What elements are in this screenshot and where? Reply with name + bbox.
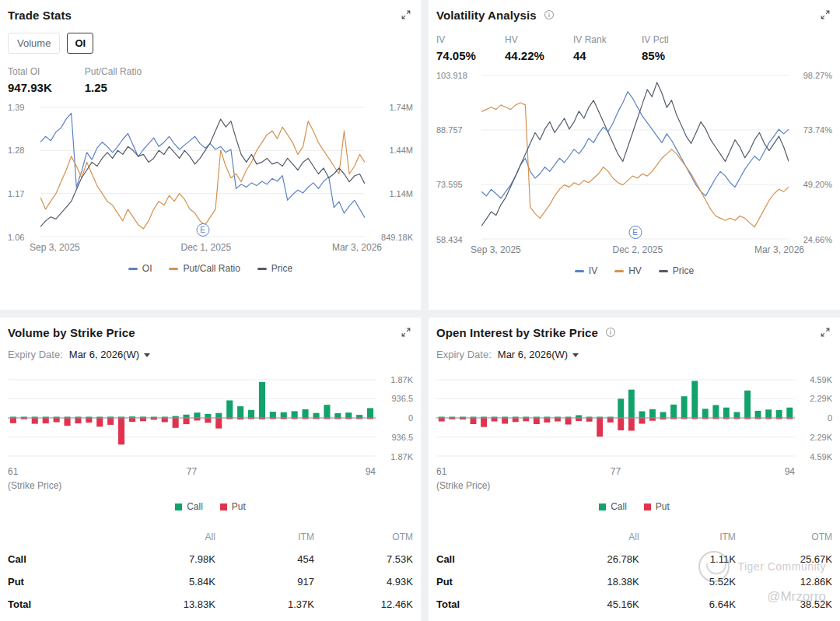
price-swatch (257, 268, 267, 270)
call-swatch (175, 503, 182, 510)
dashboard-grid: Trade Stats Volume OI Total OI 947.93K P… (0, 0, 840, 621)
oi-strike-chart[interactable] (436, 379, 795, 457)
table-row: Put 18.38K 5.52K 12.86K (436, 570, 832, 593)
trade-toggle-group: Volume OI (8, 33, 413, 54)
oi-by-strike-panel: Open Interest by Strike Price Expiry Dat… (429, 318, 840, 621)
event-marker[interactable]: E (628, 226, 642, 239)
expand-icon[interactable] (399, 325, 413, 339)
volatility-stats-row: IV 74.05% HV 44.22% IV Rank 44 IV Pctl 8… (436, 34, 832, 62)
volume-by-strike-title: Volume by Strike Price (8, 326, 135, 339)
hv-value: 44.22% (505, 49, 573, 62)
volume-by-strike-panel: Volume by Strike Price Expiry Date: Mar … (0, 318, 421, 621)
chevron-down-icon (144, 353, 150, 357)
volume-strike-legend: Call Put (8, 501, 413, 512)
legend-item-iv[interactable]: IV (575, 265, 597, 276)
legend-item-oi[interactable]: OI (128, 263, 152, 274)
iv-rank-label: IV Rank (573, 34, 642, 45)
trade-legend: OI Put/Call Ratio Price (8, 263, 413, 274)
price-swatch (659, 270, 668, 272)
volatility-left-axis: 103.91888.757 73.59558.434 (436, 75, 475, 240)
ratio-swatch (169, 268, 178, 270)
event-marker[interactable]: E (196, 223, 209, 237)
table-row: Put 5.84K 917 4.93K (8, 570, 413, 593)
expiry-date-select[interactable]: Mar 6, 2026(W) (498, 349, 579, 360)
info-icon[interactable] (604, 325, 618, 339)
expand-icon[interactable] (818, 325, 832, 339)
volatility-legend: IV HV Price (436, 265, 832, 276)
expiry-date-label: Expiry Date: (8, 349, 63, 360)
trade-left-axis: 1.391.28 1.171.06 (8, 107, 34, 237)
legend-item-price[interactable]: Price (659, 265, 694, 276)
oi-by-strike-title: Open Interest by Strike Price (436, 326, 598, 339)
volatility-chart[interactable]: E (481, 75, 789, 240)
volume-strike-axis: 1.87K936.5 0936.5 1.87K (382, 379, 413, 457)
expiry-date-select[interactable]: Mar 6, 2026(W) (69, 349, 150, 360)
oi-summary-table: All ITM OTM Call 26.78K 1.11K 25.67K Put… (436, 526, 832, 616)
legend-item-call[interactable]: Call (175, 501, 203, 512)
volume-strike-chart[interactable] (8, 379, 376, 457)
legend-item-call[interactable]: Call (599, 501, 627, 512)
trade-x-axis: Sep 3, 2025Dec 1, 2025Mar 3, 2026 (30, 242, 382, 253)
legend-item-put[interactable]: Put (220, 501, 246, 512)
legend-item-hv[interactable]: HV (614, 265, 642, 276)
put-swatch (220, 503, 227, 510)
trade-stats-row: Total OI 947.93K Put/Call Ratio 1.25 (8, 66, 413, 94)
expiry-date-label: Expiry Date: (436, 349, 492, 360)
put-swatch (644, 503, 651, 510)
volatility-panel: Volatility Analysis IV 74.05% HV 44.22% … (429, 0, 840, 310)
oi-strike-legend: Call Put (436, 501, 832, 512)
expand-icon[interactable] (399, 8, 413, 22)
hv-swatch (614, 270, 624, 272)
hv-label: HV (505, 34, 573, 45)
trade-stats-title: Trade Stats (8, 9, 72, 22)
put-call-ratio-value: 1.25 (85, 81, 142, 94)
table-row: Total 13.83K 1.37K 12.46K (8, 593, 413, 616)
trade-stats-chart[interactable]: E (40, 107, 365, 237)
oi-strike-x-axis: 617794 (436, 466, 795, 477)
volatility-title: Volatility Analysis (436, 9, 537, 22)
legend-item-put[interactable]: Put (644, 501, 670, 512)
volume-summary-table: All ITM OTM Call 7.98K 454 7.53K Put 5.8… (8, 526, 413, 616)
total-oi-label: Total OI (8, 66, 52, 77)
volatility-right-axis: 98.27%73.74% 49.20%24.66% (795, 75, 832, 240)
volume-toggle-button[interactable]: Volume (8, 33, 60, 54)
iv-value: 74.05% (436, 49, 505, 62)
iv-label: IV (436, 34, 505, 45)
strike-price-axis-label: (Strike Price) (8, 480, 413, 491)
legend-item-put-call-ratio[interactable]: Put/Call Ratio (169, 263, 240, 274)
volume-strike-x-axis: 617794 (8, 466, 376, 477)
chevron-down-icon (572, 353, 579, 357)
legend-item-price[interactable]: Price (257, 263, 292, 274)
trade-right-axis: 1.74M1.44M 1.14M849.18K (371, 107, 413, 237)
iv-rank-value: 44 (573, 49, 642, 62)
table-header-row: All ITM OTM (436, 526, 832, 548)
oi-strike-axis: 4.59K2.29K 02.29K 4.59K (801, 379, 832, 457)
table-row: Total 45.16K 6.64K 38.52K (436, 593, 832, 616)
oi-swatch (128, 268, 138, 270)
total-oi-value: 947.93K (8, 81, 52, 94)
table-header-row: All ITM OTM (8, 526, 413, 548)
info-icon[interactable] (542, 8, 556, 22)
table-row: Call 26.78K 1.11K 25.67K (436, 548, 832, 570)
table-row: Call 7.98K 454 7.53K (8, 548, 413, 570)
call-swatch (599, 503, 606, 510)
iv-swatch (575, 270, 584, 272)
strike-price-axis-label: (Strike Price) (436, 480, 832, 491)
put-call-ratio-label: Put/Call Ratio (85, 66, 142, 77)
iv-pctl-label: IV Pctl (642, 34, 710, 45)
oi-toggle-button[interactable]: OI (67, 33, 93, 54)
iv-pctl-value: 85% (642, 49, 710, 62)
trade-stats-panel: Trade Stats Volume OI Total OI 947.93K P… (0, 0, 421, 310)
volatility-x-axis: Sep 3, 2025Dec 2, 2025Mar 3, 2026 (471, 244, 804, 255)
expand-icon[interactable] (818, 8, 832, 22)
